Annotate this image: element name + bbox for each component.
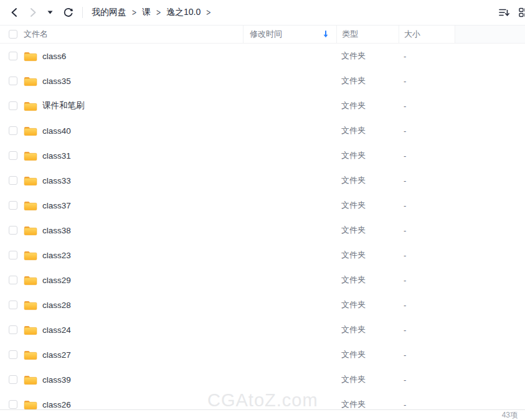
file-name-cell: class29 <box>0 274 243 286</box>
toolbar: 我的网盘 > 课 > 逸之10.0 > <box>0 0 525 26</box>
file-name-cell: class6 <box>0 50 243 62</box>
table-row[interactable]: class33 文件夹 - <box>0 168 525 193</box>
chevron-right-icon <box>29 7 37 17</box>
folder-icon <box>24 150 37 161</box>
row-checkbox[interactable] <box>9 201 17 210</box>
file-type-cell: 文件夹 <box>336 399 399 409</box>
file-name-cell: class28 <box>0 299 243 310</box>
file-type-cell: 文件夹 <box>336 274 399 286</box>
column-header-size[interactable]: 大小 <box>404 29 420 40</box>
breadcrumb: 我的网盘 > 课 > 逸之10.0 > <box>92 7 216 18</box>
select-all-checkbox[interactable] <box>9 30 17 39</box>
file-name[interactable]: class29 <box>42 276 71 285</box>
file-name[interactable]: class27 <box>42 350 71 360</box>
table-row[interactable]: class38 文件夹 - <box>0 218 525 243</box>
row-checkbox[interactable] <box>9 151 17 160</box>
file-name[interactable]: class40 <box>42 126 71 136</box>
file-name-cell: class40 <box>0 125 243 136</box>
file-name-cell: class33 <box>0 175 243 186</box>
file-size-cell: - <box>399 201 455 210</box>
file-size-cell: - <box>399 375 455 385</box>
file-name[interactable]: class23 <box>42 251 71 260</box>
file-size-cell: - <box>399 52 455 61</box>
sort-order-button[interactable] <box>499 8 510 17</box>
table-row[interactable]: class6 文件夹 - <box>0 44 525 68</box>
file-size-cell: - <box>399 77 455 86</box>
file-name-cell: 课件和笔刷 <box>0 100 243 111</box>
file-name[interactable]: class6 <box>42 52 66 61</box>
table-header: 文件名 修改时间 类型 大小 <box>0 26 525 44</box>
file-name[interactable]: class33 <box>42 176 71 185</box>
file-type-cell: 文件夹 <box>336 324 399 335</box>
breadcrumb-item-root[interactable]: 我的网盘 <box>92 7 126 18</box>
table-row[interactable]: class37 文件夹 - <box>0 193 525 218</box>
file-name[interactable]: class28 <box>42 301 71 310</box>
header-cell-size[interactable]: 大小 <box>399 26 455 43</box>
table-row[interactable]: class27 文件夹 - <box>0 342 525 367</box>
view-mode-button[interactable] <box>519 7 525 17</box>
row-checkbox[interactable] <box>9 126 17 135</box>
file-name[interactable]: class26 <box>42 400 71 409</box>
row-checkbox[interactable] <box>9 77 17 85</box>
table-row[interactable]: class28 文件夹 - <box>0 292 525 317</box>
file-size-cell: - <box>399 151 455 161</box>
table-row[interactable]: class23 文件夹 - <box>0 243 525 268</box>
file-name[interactable]: class31 <box>42 151 71 161</box>
row-checkbox[interactable] <box>9 325 17 334</box>
back-button[interactable] <box>9 7 20 18</box>
folder-icon <box>24 75 37 86</box>
column-header-modified[interactable]: 修改时间 <box>250 29 282 40</box>
file-size-cell: - <box>399 126 455 136</box>
table-row[interactable]: class29 文件夹 - <box>0 268 525 292</box>
item-count: 43项 <box>502 410 518 420</box>
row-checkbox[interactable] <box>9 52 17 60</box>
breadcrumb-item-2[interactable]: 逸之10.0 <box>166 7 201 18</box>
file-name[interactable]: class39 <box>42 375 71 385</box>
row-checkbox[interactable] <box>9 226 17 235</box>
row-checkbox[interactable] <box>9 301 17 309</box>
folder-icon <box>24 125 37 136</box>
file-name[interactable]: class37 <box>42 201 71 210</box>
refresh-button[interactable] <box>62 7 73 18</box>
file-type-cell: 文件夹 <box>336 200 399 211</box>
history-dropdown-button[interactable] <box>46 7 54 18</box>
row-checkbox[interactable] <box>9 251 17 259</box>
file-name[interactable]: class24 <box>42 325 71 335</box>
file-type-cell: 文件夹 <box>336 225 399 236</box>
forward-button[interactable] <box>27 7 39 18</box>
column-header-type[interactable]: 类型 <box>342 29 358 40</box>
folder-icon <box>24 274 37 286</box>
column-header-filename[interactable]: 文件名 <box>24 29 48 40</box>
file-type-cell: 文件夹 <box>336 349 399 360</box>
file-type-cell: 文件夹 <box>336 75 399 86</box>
folder-icon <box>24 50 37 62</box>
row-checkbox[interactable] <box>9 375 17 384</box>
table-row[interactable]: class31 文件夹 - <box>0 143 525 168</box>
table-row[interactable]: class40 文件夹 - <box>0 118 525 143</box>
table-row[interactable]: class24 文件夹 - <box>0 317 525 342</box>
table-row[interactable]: 课件和笔刷 文件夹 - <box>0 93 525 118</box>
file-name-cell: class26 <box>0 399 243 409</box>
file-type-cell: 文件夹 <box>336 374 399 385</box>
row-checkbox[interactable] <box>9 350 17 359</box>
file-size-cell: - <box>399 325 455 335</box>
folder-icon <box>24 299 37 310</box>
file-name[interactable]: 课件和笔刷 <box>42 100 85 111</box>
file-size-cell: - <box>399 400 455 409</box>
table-row[interactable]: class26 文件夹 - <box>0 392 525 409</box>
breadcrumb-separator: > <box>132 7 136 18</box>
row-checkbox[interactable] <box>9 276 17 284</box>
file-name[interactable]: class35 <box>42 77 71 86</box>
refresh-icon <box>63 7 73 18</box>
header-cell-type[interactable]: 类型 <box>336 26 399 43</box>
breadcrumb-item-1[interactable]: 课 <box>142 7 151 18</box>
file-name-cell: class27 <box>0 349 243 360</box>
file-size-cell: - <box>399 226 455 235</box>
row-checkbox[interactable] <box>9 176 17 185</box>
file-name[interactable]: class38 <box>42 226 71 235</box>
header-cell-modified[interactable]: 修改时间 <box>243 26 336 43</box>
table-row[interactable]: class39 文件夹 - <box>0 367 525 392</box>
table-row[interactable]: class35 文件夹 - <box>0 68 525 93</box>
row-checkbox[interactable] <box>9 101 17 110</box>
row-checkbox[interactable] <box>9 400 17 409</box>
